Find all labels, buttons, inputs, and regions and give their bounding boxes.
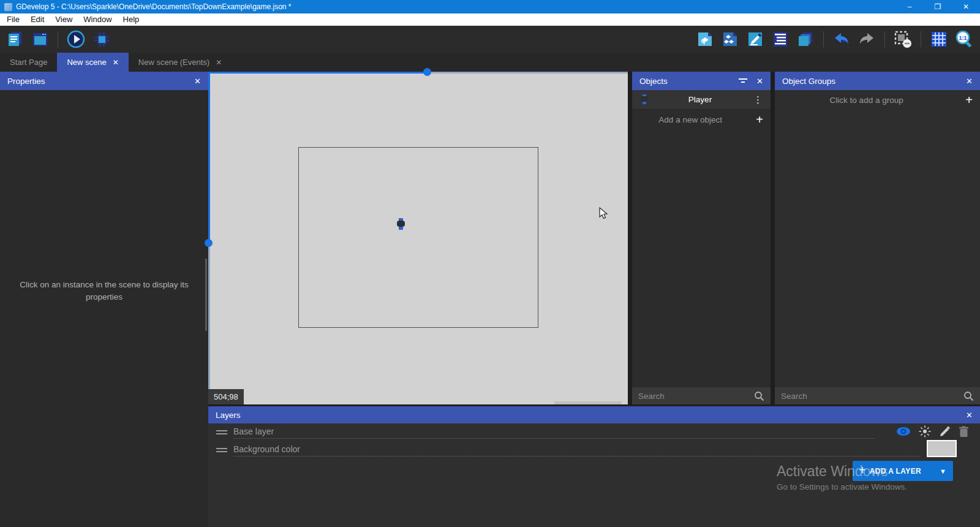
layer-edit-icon[interactable] — [939, 426, 951, 438]
scene-border — [208, 72, 427, 74]
preview-window-icon[interactable] — [30, 29, 50, 49]
layers-panel-title: Layers — [216, 411, 241, 420]
layer-name[interactable]: Base layer — [233, 427, 875, 439]
scene-border — [427, 72, 628, 74]
properties-scrollbar[interactable] — [205, 259, 207, 331]
object-groups-panel-title: Object Groups — [782, 77, 835, 86]
scene-border — [208, 72, 210, 243]
properties-empty-message: Click on an instance in the scene to dis… — [15, 279, 193, 304]
player-instance[interactable] — [397, 218, 405, 230]
tab-close-icon[interactable]: ✕ — [113, 58, 119, 67]
mouse-cursor-icon — [599, 207, 609, 221]
tab-new-scene-events[interactable]: New scene (Events) ✕ — [129, 53, 232, 72]
objects-search-input[interactable] — [638, 392, 754, 401]
layer-row-base[interactable]: Base layer — [208, 423, 980, 441]
window-title: GDevelop 5 - C:\Users\Sparkle\OneDrive\D… — [16, 2, 895, 11]
object-menu-icon[interactable]: ⋮ — [746, 94, 771, 105]
layer-effects-icon[interactable] — [919, 425, 931, 438]
editor-tab-bar: Start Page New scene ✕ New scene (Events… — [0, 53, 980, 72]
layers-stack-icon[interactable] — [796, 29, 815, 49]
redo-icon[interactable] — [857, 29, 876, 49]
chevron-down-icon[interactable]: ▼ — [932, 468, 953, 475]
layer-row-background[interactable]: Background color — [208, 441, 980, 459]
object-groups-panel: Object Groups ✕ Click to add a group + — [775, 72, 980, 404]
plus-icon[interactable]: + — [958, 93, 980, 107]
object-row-player[interactable]: Player ⋮ — [632, 90, 771, 110]
properties-panel: Properties ✕ Click on an instance in the… — [0, 72, 208, 527]
zoom-original-icon[interactable]: 1:1 — [954, 29, 974, 49]
menu-bar: File Edit View Window Help — [0, 13, 980, 26]
canvas-horizontal-scrollbar[interactable] — [554, 401, 622, 404]
zoom-ratio-label: 1:1 — [959, 35, 967, 41]
background-color-swatch[interactable] — [927, 440, 957, 457]
debug-icon[interactable] — [91, 29, 111, 49]
scene-canvas[interactable]: 504;98 — [208, 72, 628, 404]
drag-handle-icon[interactable] — [216, 446, 227, 454]
objects-panel-title: Objects — [639, 77, 668, 86]
plus-icon: + — [859, 463, 866, 477]
app-logo-icon — [4, 3, 12, 11]
add-layer-button[interactable]: + ADD A LAYER ▼ — [853, 461, 953, 481]
menu-help[interactable]: Help — [118, 13, 145, 26]
add-object-icon[interactable] — [695, 29, 715, 49]
scene-border — [208, 243, 210, 404]
plus-icon[interactable]: + — [748, 113, 771, 127]
layers-panel: Layers ✕ Base layer — [208, 406, 980, 527]
layer-visibility-icon[interactable] — [896, 427, 911, 436]
toolbar-separator — [58, 31, 58, 47]
maximize-button[interactable]: ❐ — [924, 0, 952, 13]
toolbar: 1:1 — [0, 26, 980, 53]
project-manager-icon[interactable] — [5, 29, 24, 49]
player-sprite-icon — [641, 94, 648, 105]
grid-icon[interactable] — [929, 29, 949, 49]
menu-edit[interactable]: Edit — [25, 13, 50, 26]
close-button[interactable]: ✕ — [952, 0, 980, 13]
gdevelop-window: GDevelop 5 - C:\Users\Sparkle\OneDrive\D… — [0, 0, 980, 527]
toolbar-separator — [921, 31, 921, 47]
events-sheet-icon[interactable] — [771, 29, 790, 49]
objects-panel: Objects ✕ Player ⋮ Add a new o — [632, 72, 771, 404]
menu-window[interactable]: Window — [78, 13, 117, 26]
minimize-button[interactable]: – — [895, 0, 924, 13]
object-groups-icon[interactable] — [720, 29, 740, 49]
objects-search-bar — [632, 387, 771, 404]
menu-file[interactable]: File — [1, 13, 25, 26]
object-name: Player — [654, 95, 746, 104]
cursor-coordinates: 504;98 — [208, 389, 244, 404]
properties-panel-title: Properties — [7, 77, 45, 86]
deselect-instances-icon[interactable] — [893, 29, 913, 49]
game-window-rect — [298, 147, 538, 328]
undo-icon[interactable] — [832, 29, 851, 49]
drag-handle-icon[interactable] — [216, 428, 227, 436]
close-icon[interactable]: ✕ — [966, 77, 973, 86]
toolbar-separator — [884, 31, 885, 47]
search-icon — [963, 391, 974, 401]
filter-icon[interactable] — [738, 77, 748, 85]
add-group-row[interactable]: Click to add a group + — [775, 90, 980, 110]
tab-new-scene[interactable]: New scene ✕ — [57, 53, 128, 72]
tab-close-icon[interactable]: ✕ — [216, 58, 222, 67]
edit-scene-icon[interactable] — [745, 29, 765, 49]
play-preview-icon[interactable] — [66, 29, 86, 49]
resize-handle-top[interactable] — [423, 68, 431, 76]
close-icon[interactable]: ✕ — [194, 77, 201, 86]
groups-search-input[interactable] — [781, 392, 963, 401]
close-icon[interactable]: ✕ — [966, 411, 973, 420]
close-icon[interactable]: ✕ — [756, 77, 763, 86]
layer-delete-icon[interactable] — [959, 426, 969, 438]
layer-name[interactable]: Background color — [233, 444, 920, 457]
tab-start-page[interactable]: Start Page — [0, 53, 57, 72]
toolbar-separator — [823, 31, 824, 47]
menu-view[interactable]: View — [50, 13, 78, 26]
add-object-row[interactable]: Add a new object + — [632, 110, 771, 130]
resize-handle-left[interactable] — [205, 239, 213, 247]
title-bar: GDevelop 5 - C:\Users\Sparkle\OneDrive\D… — [0, 0, 980, 13]
groups-search-bar — [775, 387, 980, 404]
search-icon — [754, 391, 764, 401]
